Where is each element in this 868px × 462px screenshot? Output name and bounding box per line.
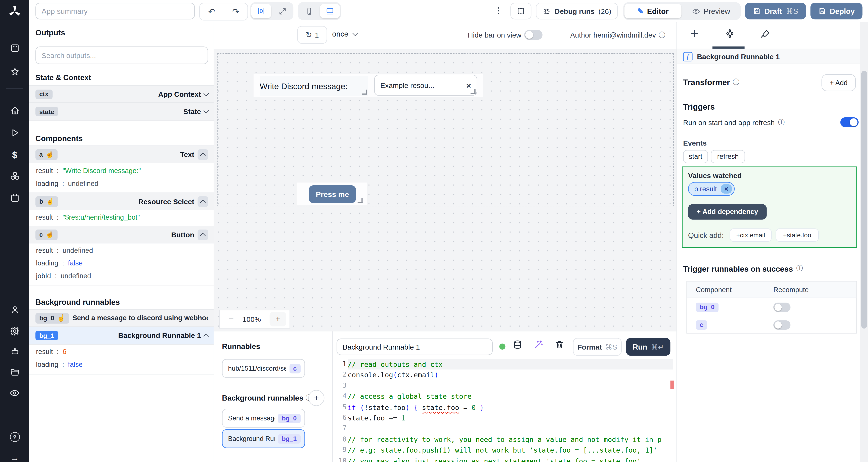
frequency-dropdown[interactable]: once bbox=[332, 30, 357, 38]
chevron-down-icon[interactable] bbox=[204, 91, 209, 96]
add-bg-runnable-button[interactable]: + bbox=[308, 390, 324, 406]
help-icon[interactable]: ? bbox=[0, 432, 29, 442]
windmill-logo[interactable] bbox=[0, 5, 29, 18]
search-outputs-input[interactable] bbox=[35, 46, 208, 64]
scrollbar-thumb[interactable] bbox=[861, 71, 867, 329]
watched-chip-label: b.result bbox=[694, 185, 717, 193]
format-button[interactable]: Format ⌘S bbox=[573, 338, 622, 356]
kebab-menu[interactable]: ⋮ bbox=[494, 6, 503, 16]
recompute-toggle-c[interactable] bbox=[773, 320, 790, 329]
folders-icon[interactable] bbox=[0, 367, 29, 377]
add-dependency-button[interactable]: + Add dependency bbox=[688, 204, 767, 220]
event-chip-start[interactable]: start bbox=[683, 150, 708, 163]
info-icon[interactable]: ⓘ bbox=[778, 118, 785, 127]
runnable-item-bg0[interactable]: Send a message... bg_0 bbox=[222, 409, 305, 428]
info-icon[interactable]: ⓘ bbox=[796, 264, 803, 273]
code-editor[interactable]: // read outputs and ctxconsole.log(ctx.e… bbox=[348, 359, 673, 462]
rail-divider bbox=[6, 88, 23, 89]
delete-trash-icon[interactable] bbox=[555, 340, 565, 350]
pointer-hand-icon: ☝ bbox=[45, 231, 54, 238]
recompute-toggle-bg0[interactable] bbox=[773, 302, 790, 312]
star-icon[interactable] bbox=[0, 67, 29, 77]
state-row[interactable]: state State bbox=[29, 103, 214, 121]
zoom-in-button[interactable]: + bbox=[270, 312, 286, 327]
docs-button[interactable] bbox=[510, 3, 531, 20]
runnable-item-bg1-selected[interactable]: Background Run... bg_1 bbox=[222, 429, 305, 448]
watched-value-chip[interactable]: b.result × bbox=[688, 182, 735, 196]
settings-gear-icon[interactable] bbox=[0, 326, 29, 336]
info-icon[interactable]: ⓘ bbox=[733, 77, 739, 87]
billing-dollar-icon[interactable]: $ bbox=[0, 150, 29, 161]
fullscreen-toggle[interactable] bbox=[273, 4, 292, 18]
ctx-row[interactable]: ctx App Context bbox=[29, 85, 214, 103]
add-transformer-button[interactable]: + Add bbox=[822, 74, 856, 91]
resource-select-component[interactable]: Example resou... × bbox=[374, 75, 477, 96]
audit-eye-icon[interactable] bbox=[0, 388, 29, 398]
center-layout-toggle[interactable] bbox=[251, 4, 271, 18]
mobile-view-toggle[interactable] bbox=[299, 4, 319, 18]
resources-cubes-icon[interactable] bbox=[0, 171, 29, 181]
quick-add-state-foo[interactable]: +state.foo bbox=[776, 229, 819, 242]
resize-handle[interactable] bbox=[362, 90, 367, 95]
component-b-row[interactable]: b☝ Resource Select bbox=[29, 193, 214, 210]
resize-handle[interactable] bbox=[471, 89, 475, 94]
event-chip-refresh[interactable]: refresh bbox=[711, 150, 745, 163]
press-me-button[interactable]: Press me bbox=[309, 185, 356, 203]
quick-add-ctx-email[interactable]: +ctx.email bbox=[730, 229, 772, 242]
chevron-up-icon[interactable] bbox=[204, 333, 209, 339]
tab-settings-components-icon[interactable] bbox=[724, 28, 735, 39]
text-component[interactable]: Write Discord message: bbox=[259, 76, 368, 96]
clear-x-icon[interactable]: × bbox=[466, 80, 471, 90]
home-icon[interactable] bbox=[0, 106, 29, 116]
collapse-button[interactable] bbox=[198, 196, 208, 207]
tab-theme-brush-icon[interactable] bbox=[761, 29, 771, 39]
chevron-down-icon[interactable] bbox=[204, 108, 209, 113]
desktop-view-toggle[interactable] bbox=[320, 4, 340, 18]
table-row: bg_0 bbox=[687, 298, 856, 316]
cache-db-icon[interactable] bbox=[513, 340, 523, 350]
runs-play-icon[interactable] bbox=[0, 128, 29, 138]
deploy-button[interactable]: Deploy bbox=[810, 3, 862, 20]
quick-add-label: Quick add: bbox=[688, 231, 724, 239]
bg0-row[interactable]: bg_0☝ Send a message to discord using we… bbox=[29, 309, 214, 327]
hide-bar-toggle[interactable] bbox=[524, 30, 542, 40]
app-canvas[interactable]: Write Discord message: Example resou... … bbox=[214, 48, 676, 331]
remove-dependency-x-icon[interactable]: × bbox=[721, 184, 732, 194]
run-on-start-toggle[interactable] bbox=[840, 117, 859, 127]
component-c-row[interactable]: c☝ Button bbox=[29, 226, 214, 243]
users-person-icon[interactable] bbox=[0, 305, 29, 315]
redo-button[interactable]: ↷ bbox=[224, 3, 247, 20]
apps-icon[interactable] bbox=[0, 43, 29, 53]
runnable-name-input[interactable] bbox=[337, 338, 493, 355]
inspector-panel: f Background Runnable 1 Transformer ⓘ + … bbox=[677, 22, 861, 462]
refresh-count-button[interactable]: ↻ 1 bbox=[297, 26, 327, 43]
prop-row: loading: undefined bbox=[36, 180, 98, 188]
zoom-out-button[interactable]: − bbox=[229, 314, 234, 324]
runnable-item-hub[interactable]: hub/1511/discord/se... c bbox=[222, 359, 305, 378]
ai-wand-icon[interactable] bbox=[534, 340, 544, 350]
schedules-calendar-icon[interactable] bbox=[0, 193, 29, 203]
runnable-name: Background Run... bbox=[228, 435, 275, 443]
tab-editor[interactable]: ✎ Editor bbox=[624, 4, 682, 18]
resize-handle[interactable] bbox=[358, 198, 363, 203]
collapse-button[interactable] bbox=[198, 229, 208, 240]
collapse-button[interactable] bbox=[198, 149, 208, 160]
scrollbar-track[interactable] bbox=[860, 22, 868, 462]
code-line-numbers: 12345678910 bbox=[332, 359, 347, 462]
collapse-arrow-icon[interactable]: → bbox=[0, 453, 29, 462]
info-icon[interactable]: ⓘ bbox=[659, 31, 665, 40]
component-a-row[interactable]: a☝ Text bbox=[29, 145, 214, 163]
tab-insert-plus-icon[interactable] bbox=[690, 29, 699, 38]
app-summary-input[interactable] bbox=[35, 3, 195, 20]
debug-runs-button[interactable]: Debug runs (26) bbox=[536, 3, 618, 20]
prop-row: result: 6 bbox=[36, 348, 66, 356]
author-label: Author henri@windmill.dev bbox=[570, 31, 656, 39]
run-button[interactable]: Run ⌘↵ bbox=[626, 338, 670, 356]
undo-button[interactable]: ↶ bbox=[200, 3, 224, 20]
draft-button[interactable]: Draft ⌘S bbox=[745, 3, 806, 20]
top-header: ↶ ↷ ⋮ Debug runs (26) bbox=[29, 0, 868, 23]
tab-preview[interactable]: Preview bbox=[683, 4, 740, 18]
run-on-start-label: Run on start and app refresh bbox=[683, 119, 775, 127]
workers-robot-icon[interactable] bbox=[0, 347, 29, 357]
bg1-row[interactable]: bg_1 Background Runnable 1 bbox=[29, 327, 214, 344]
